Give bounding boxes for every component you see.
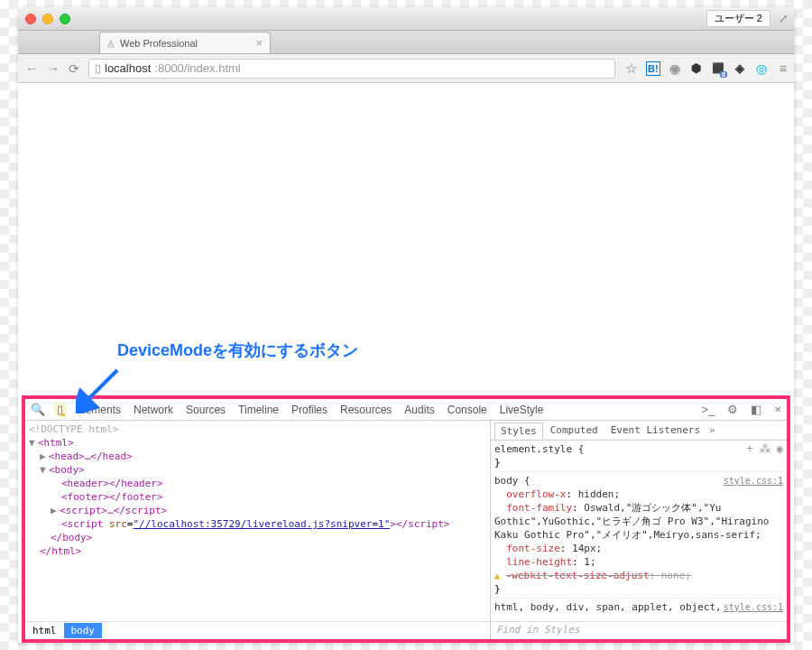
extension-icons: ☆ B! ◉ ⬢ ⬛ ◈ ◎ ≡ <box>624 61 787 76</box>
styles-tab-styles[interactable]: Styles <box>494 422 543 440</box>
tab-network[interactable]: Network <box>131 402 176 418</box>
github-extension-icon[interactable]: ⬢ <box>689 61 704 76</box>
minimize-window-button[interactable] <box>42 14 53 24</box>
styles-panel: Styles Computed Event Listeners » +⁂◉ el… <box>491 421 787 639</box>
window-titlebar: ユーザー 2 ⤢ <box>18 7 794 31</box>
favicon-icon: ◬ <box>107 38 115 48</box>
url-input[interactable]: ▯ localhost:8000/index.html <box>88 59 615 79</box>
reload-button[interactable]: ⟳ <box>69 61 79 76</box>
tab-title: Web Professional <box>120 38 198 49</box>
browser-window: ユーザー 2 ⤢ ◬ Web Professional × ← → ⟳ ▯ lo… <box>18 7 794 643</box>
drawer-toggle-icon[interactable]: >_ <box>700 403 717 416</box>
dom-tree[interactable]: <!DOCTYPE html> ▼<html> ▶<head>…</head> … <box>25 421 490 621</box>
tab-console[interactable]: Console <box>445 402 490 418</box>
user-profile-badge[interactable]: ユーザー 2 <box>706 10 770 27</box>
url-host: localhost <box>105 61 151 75</box>
page-viewport: DeviceModeを有効にするボタン 🔍 ▯ Elements Network… <box>18 83 794 643</box>
diamond-extension-icon[interactable]: ◈ <box>733 61 747 76</box>
crumb-body[interactable]: body <box>64 623 103 638</box>
traffic-lights <box>25 14 70 24</box>
settings-gear-icon[interactable]: ⚙ <box>725 403 740 416</box>
new-rule-icon[interactable]: + <box>747 442 753 456</box>
tab-audits[interactable]: Audits <box>401 402 437 418</box>
tab-strip: ◬ Web Professional × <box>18 31 794 54</box>
close-window-button[interactable] <box>25 14 36 24</box>
back-button[interactable]: ← <box>25 61 38 76</box>
animations-icon[interactable]: ◉ <box>777 442 783 456</box>
fullscreen-icon[interactable]: ⤢ <box>779 12 789 25</box>
crumb-html[interactable]: html <box>25 623 64 638</box>
close-tab-icon[interactable]: × <box>255 36 263 50</box>
camera-extension-icon[interactable]: ◎ <box>754 61 769 76</box>
find-in-styles-input[interactable]: Find in Styles <box>491 621 787 639</box>
svg-line-0 <box>85 370 117 403</box>
notifier-extension-icon[interactable]: ⬛ <box>711 61 725 76</box>
close-devtools-icon[interactable]: × <box>772 403 783 416</box>
address-bar: ← → ⟳ ▯ localhost:8000/index.html ☆ B! ◉… <box>18 54 794 83</box>
url-path: :8000/index.html <box>154 61 240 75</box>
zoom-window-button[interactable] <box>60 14 70 24</box>
styles-tab-computed[interactable]: Computed <box>545 422 604 438</box>
tab-timeline[interactable]: Timeline <box>235 402 281 418</box>
dom-breadcrumb: html body <box>25 621 490 639</box>
bookmark-star-icon[interactable]: ☆ <box>624 61 639 76</box>
devtools-panel: 🔍 ▯ Elements Network Sources Timeline Pr… <box>22 395 790 643</box>
styles-body[interactable]: +⁂◉ element.style {} style.css:1 body { … <box>491 441 787 621</box>
tab-resources[interactable]: Resources <box>337 402 394 418</box>
tab-profiles[interactable]: Profiles <box>289 402 330 418</box>
dom-doctype: <!DOCTYPE html> <box>29 422 486 436</box>
styles-more-icon[interactable]: » <box>709 424 715 436</box>
annotation-callout: DeviceModeを有効にするボタン <box>117 339 358 361</box>
forward-button[interactable]: → <box>47 61 60 76</box>
device-mode-toggle[interactable]: ▯ <box>54 403 66 416</box>
styles-tab-listeners[interactable]: Event Listeners <box>605 422 706 438</box>
menu-icon[interactable]: ≡ <box>780 61 787 76</box>
page-icon: ▯ <box>95 61 101 75</box>
annotation-arrow-icon <box>76 363 126 413</box>
tab-livestyle[interactable]: LiveStyle <box>497 402 547 418</box>
tab-sources[interactable]: Sources <box>183 402 228 418</box>
browser-tab[interactable]: ◬ Web Professional × <box>99 32 271 53</box>
styles-tabs: Styles Computed Event Listeners » <box>491 421 787 441</box>
annotation-text: DeviceModeを有効にするボタン <box>117 339 358 361</box>
dock-icon[interactable]: ◧ <box>749 403 763 416</box>
dom-tree-panel: <!DOCTYPE html> ▼<html> ▶<head>…</head> … <box>25 421 491 639</box>
toggle-state-icon[interactable]: ⁂ <box>760 442 770 456</box>
devtools-tabs: 🔍 ▯ Elements Network Sources Timeline Pr… <box>25 399 787 421</box>
search-icon[interactable]: 🔍 <box>29 403 47 416</box>
hatena-extension-icon[interactable]: B! <box>646 61 660 76</box>
globe-extension-icon[interactable]: ◉ <box>668 61 682 76</box>
